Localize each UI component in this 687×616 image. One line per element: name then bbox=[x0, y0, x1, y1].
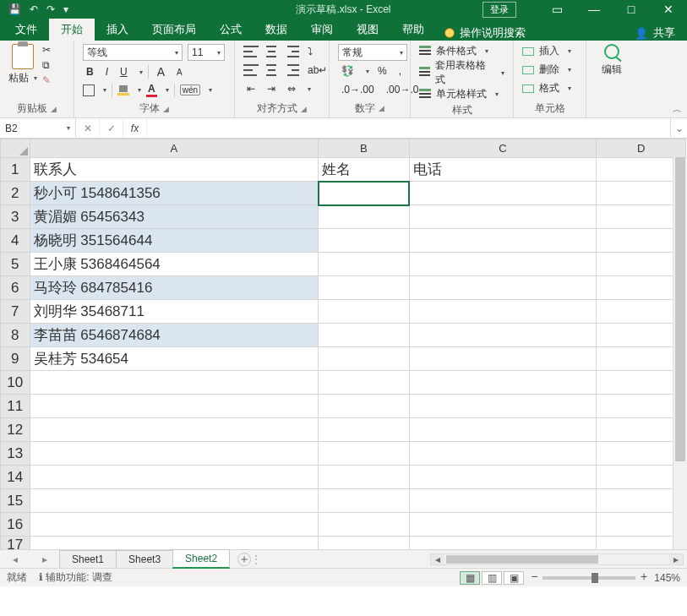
tab-scroll-split[interactable]: ⋮ bbox=[251, 553, 256, 565]
cell[interactable] bbox=[30, 442, 318, 466]
tab-formulas[interactable]: 公式 bbox=[208, 19, 254, 41]
vertical-scrollbar[interactable] bbox=[673, 157, 687, 549]
cell[interactable] bbox=[409, 253, 597, 276]
increase-decimal-button[interactable]: .0→.00 bbox=[338, 82, 378, 97]
tell-me[interactable]: 操作说明搜索 bbox=[444, 25, 526, 41]
cell[interactable] bbox=[409, 324, 597, 347]
row-header[interactable]: 15 bbox=[1, 489, 30, 513]
cell-styles-button[interactable]: 单元格样式▾ bbox=[419, 87, 504, 101]
cell[interactable] bbox=[409, 276, 597, 300]
save-icon[interactable]: 💾 bbox=[8, 3, 21, 15]
cell[interactable]: 姓名 bbox=[319, 158, 410, 182]
worksheet-grid[interactable]: A B C D 1联系人姓名电话2秒小可 15486413563黄湄媚 6545… bbox=[0, 139, 687, 549]
cell[interactable] bbox=[409, 537, 597, 550]
tab-home[interactable]: 开始 bbox=[49, 19, 95, 41]
cell[interactable] bbox=[30, 371, 318, 395]
row-header[interactable]: 17 bbox=[1, 537, 30, 550]
hscroll-left-icon[interactable]: ◂ bbox=[431, 554, 444, 564]
col-header-A[interactable]: A bbox=[30, 139, 318, 158]
italic-button[interactable]: I bbox=[102, 64, 112, 79]
cell[interactable]: 李苗苗 6546874684 bbox=[30, 324, 318, 347]
qat-more-icon[interactable]: ▾ bbox=[63, 3, 68, 15]
login-button[interactable]: 登录 bbox=[483, 2, 516, 18]
sheet-tab-sheet2[interactable]: Sheet2 bbox=[172, 549, 230, 569]
font-color-button[interactable]: A bbox=[146, 83, 157, 97]
cell[interactable] bbox=[319, 300, 410, 324]
cell[interactable] bbox=[30, 395, 318, 418]
align-right-button[interactable] bbox=[284, 63, 299, 78]
percent-button[interactable]: % bbox=[374, 63, 390, 79]
tab-data[interactable]: 数据 bbox=[254, 19, 299, 41]
find-select-button[interactable]: 编辑 bbox=[595, 44, 629, 77]
cell[interactable] bbox=[409, 371, 597, 395]
cell[interactable] bbox=[319, 205, 410, 229]
comma-button[interactable]: , bbox=[395, 63, 405, 79]
row-header[interactable]: 13 bbox=[1, 442, 30, 466]
row-header[interactable]: 14 bbox=[1, 466, 30, 489]
row-header[interactable]: 16 bbox=[1, 513, 30, 537]
shrink-font-button[interactable]: A bbox=[173, 66, 186, 79]
cell[interactable] bbox=[319, 276, 410, 300]
cell[interactable] bbox=[319, 229, 410, 253]
row-header[interactable]: 5 bbox=[1, 253, 30, 276]
phonetic-button[interactable]: wén bbox=[180, 84, 200, 95]
status-accessibility[interactable]: ℹ 辅助功能: 调查 bbox=[39, 570, 112, 585]
conditional-format-button[interactable]: 条件格式▾ bbox=[419, 44, 504, 58]
font-size-combo[interactable]: 11▾ bbox=[188, 44, 225, 61]
wrap-text-button[interactable]: ab↵ bbox=[304, 63, 330, 78]
cell[interactable]: 马玲玲 684785416 bbox=[30, 276, 318, 300]
view-page-layout-icon[interactable]: ▥ bbox=[482, 571, 502, 585]
close-icon[interactable]: ✕ bbox=[650, 3, 687, 16]
cell[interactable] bbox=[409, 182, 597, 205]
format-cells-button[interactable]: 格式▾ bbox=[522, 81, 577, 95]
grow-font-button[interactable]: A bbox=[154, 63, 168, 80]
row-header[interactable]: 7 bbox=[1, 300, 30, 324]
cut-icon[interactable] bbox=[42, 44, 51, 56]
row-header[interactable]: 10 bbox=[1, 371, 30, 395]
cell[interactable] bbox=[30, 513, 318, 537]
cell[interactable] bbox=[409, 418, 597, 442]
cell[interactable] bbox=[409, 347, 597, 371]
col-header-D[interactable]: D bbox=[597, 139, 686, 158]
format-painter-icon[interactable] bbox=[42, 74, 51, 86]
minimize-icon[interactable]: — bbox=[575, 3, 613, 16]
col-header-B[interactable]: B bbox=[319, 139, 410, 158]
ribbon-display-icon[interactable]: ▭ bbox=[538, 3, 575, 16]
cell[interactable] bbox=[409, 300, 597, 324]
cell[interactable] bbox=[319, 182, 410, 205]
tab-insert[interactable]: 插入 bbox=[95, 19, 140, 41]
cell[interactable] bbox=[409, 466, 597, 489]
paste-button[interactable]: 粘贴▾ bbox=[8, 44, 37, 86]
align-middle-button[interactable] bbox=[264, 44, 279, 59]
cell[interactable] bbox=[319, 253, 410, 276]
cell[interactable]: 联系人 bbox=[30, 158, 318, 182]
cell[interactable]: 电话 bbox=[409, 158, 597, 182]
row-header[interactable]: 8 bbox=[1, 324, 30, 347]
cell[interactable] bbox=[30, 466, 318, 489]
new-sheet-button[interactable]: ＋ bbox=[237, 553, 251, 566]
cell[interactable] bbox=[409, 489, 597, 513]
hscroll-thumb[interactable] bbox=[446, 555, 598, 564]
cancel-entry-icon[interactable]: ✕ bbox=[76, 118, 100, 138]
horizontal-scrollbar[interactable]: ◂ ▸ bbox=[430, 553, 684, 565]
cell[interactable] bbox=[409, 205, 597, 229]
scroll-thumb[interactable] bbox=[675, 157, 685, 461]
font-name-combo[interactable]: 等线▾ bbox=[83, 44, 183, 61]
maximize-icon[interactable]: □ bbox=[613, 3, 650, 16]
cell[interactable]: 吴桂芳 534654 bbox=[30, 347, 318, 371]
align-center-button[interactable] bbox=[264, 63, 279, 78]
row-header[interactable]: 2 bbox=[1, 182, 30, 205]
align-top-button[interactable] bbox=[243, 44, 259, 59]
zoom-level[interactable]: 145% bbox=[654, 572, 680, 584]
borders-button[interactable] bbox=[83, 84, 95, 96]
fx-icon[interactable]: fx bbox=[123, 118, 147, 138]
share-button[interactable]: 👤 共享 bbox=[635, 25, 687, 41]
col-header-C[interactable]: C bbox=[409, 139, 597, 158]
cell[interactable] bbox=[319, 347, 410, 371]
sheet-nav-next-icon[interactable]: ▸ bbox=[42, 553, 47, 565]
tab-file[interactable]: 文件 bbox=[3, 19, 49, 41]
cell[interactable]: 刘明华 35468711 bbox=[30, 300, 318, 324]
align-bottom-button[interactable] bbox=[284, 44, 299, 59]
row-header[interactable]: 4 bbox=[1, 229, 30, 253]
formula-input[interactable] bbox=[147, 118, 670, 138]
